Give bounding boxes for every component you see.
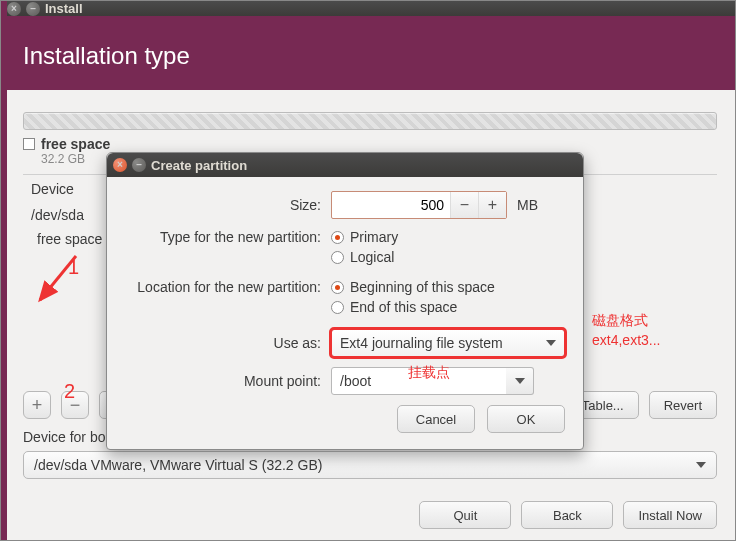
size-spinner[interactable]: − + [331,191,507,219]
page-title: Installation type [23,42,719,70]
partition-type-logical-radio[interactable]: Logical [331,249,398,265]
size-label: Size: [125,197,331,213]
bootloader-device-value: /dev/sda VMware, VMware Virtual S (32.2 … [34,457,322,473]
back-button[interactable]: Back [521,501,613,529]
chevron-down-icon [696,462,706,468]
radio-label: End of this space [350,299,457,315]
radio-label: Primary [350,229,398,245]
size-unit: MB [517,197,538,213]
page-header: Installation type [1,16,735,90]
create-partition-dialog: × – Create partition Size: − + MB Type f… [106,152,584,450]
chevron-down-icon [515,378,525,384]
add-partition-button[interactable]: + [23,391,51,419]
radio-icon [331,251,344,264]
use-as-value: Ext4 journaling file system [340,335,503,351]
partition-location-beginning-radio[interactable]: Beginning of this space [331,279,495,295]
chevron-down-icon [546,340,556,346]
mount-point-value: /boot [340,373,371,389]
mount-point-dropdown-button[interactable] [506,367,534,395]
minimize-icon[interactable]: – [132,158,146,172]
quit-button[interactable]: Quit [419,501,511,529]
mount-point-label: Mount point: [125,373,331,389]
annotation-fs-title: 磁盘格式 [592,312,648,330]
freespace-swatch-icon [23,138,35,150]
ok-button[interactable]: OK [487,405,565,433]
dialog-titlebar: × – Create partition [107,153,583,177]
freespace-label: free space [41,136,110,152]
radio-label: Logical [350,249,394,265]
partition-location-end-radio[interactable]: End of this space [331,299,495,315]
disk-usage-bar [23,112,717,130]
freespace-size: 32.2 GB [41,152,110,166]
size-increment-button[interactable]: + [478,192,506,218]
size-input[interactable] [332,197,450,213]
window-title: Install [45,1,83,16]
use-as-select[interactable]: Ext4 journaling file system [331,329,565,357]
cancel-button[interactable]: Cancel [397,405,475,433]
close-icon[interactable]: × [113,158,127,172]
annotation-two: 2 [64,380,75,403]
radio-selected-icon [331,281,344,294]
annotation-fs-sub: ext4,ext3... [592,332,660,348]
dialog-title: Create partition [151,158,247,173]
partition-type-label: Type for the new partition: [125,229,331,245]
close-icon[interactable]: × [7,2,21,16]
partition-type-primary-radio[interactable]: Primary [331,229,398,245]
install-now-button[interactable]: Install Now [623,501,717,529]
minimize-icon[interactable]: – [26,2,40,16]
revert-button[interactable]: Revert [649,391,717,419]
annotation-one: 1 [68,256,79,279]
radio-selected-icon [331,231,344,244]
partition-location-label: Location for the new partition: [125,279,331,295]
annotation-mount-note: 挂载点 [408,364,450,382]
radio-label: Beginning of this space [350,279,495,295]
window-titlebar: × – Install [1,1,735,16]
size-decrement-button[interactable]: − [450,192,478,218]
use-as-label: Use as: [125,335,331,351]
radio-icon [331,301,344,314]
bootloader-device-select[interactable]: /dev/sda VMware, VMware Virtual S (32.2 … [23,451,717,479]
